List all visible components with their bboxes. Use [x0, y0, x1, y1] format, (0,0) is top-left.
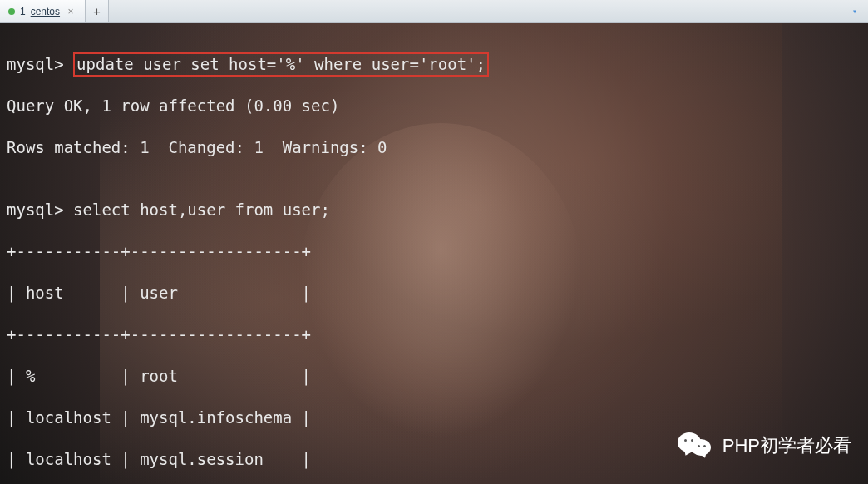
term-line: Query OK, 1 row affected (0.00 sec): [7, 96, 861, 116]
watermark-text: PHP初学者必看: [723, 433, 851, 458]
table-separator: +-----------+------------------+: [7, 324, 861, 345]
terminal-output: mysql> update user set host='%' where us…: [0, 23, 868, 484]
wechat-icon: [678, 427, 714, 464]
table-header: | host | user |: [7, 283, 861, 304]
tab-bar: 1 centos × + ▾: [0, 0, 868, 23]
tab-menu-button[interactable]: ▾: [846, 3, 863, 18]
term-line: Rows matched: 1 Changed: 1 Warnings: 0: [7, 137, 861, 158]
table-row: | % | root |: [7, 366, 861, 387]
tab-label: centos: [31, 6, 60, 17]
new-tab-button[interactable]: +: [86, 0, 109, 22]
highlighted-command: update user set host='%' where user='roo…: [73, 52, 489, 77]
table-row: | localhost | mysql.infoschema |: [7, 407, 861, 428]
connection-status-icon: [8, 8, 15, 15]
terminal-tab-1[interactable]: 1 centos ×: [0, 0, 86, 22]
watermark: PHP初学者必看: [678, 427, 851, 464]
term-line: mysql> select host,user from user;: [7, 200, 861, 220]
tab-close-button[interactable]: ×: [65, 6, 76, 17]
term-line: mysql> update user set host='%' where us…: [7, 54, 861, 75]
terminal-viewport[interactable]: mysql> update user set host='%' where us…: [0, 23, 868, 484]
tab-index: 1: [20, 6, 26, 17]
table-separator: +-----------+------------------+: [7, 241, 861, 262]
mysql-prompt: mysql>: [7, 55, 73, 73]
